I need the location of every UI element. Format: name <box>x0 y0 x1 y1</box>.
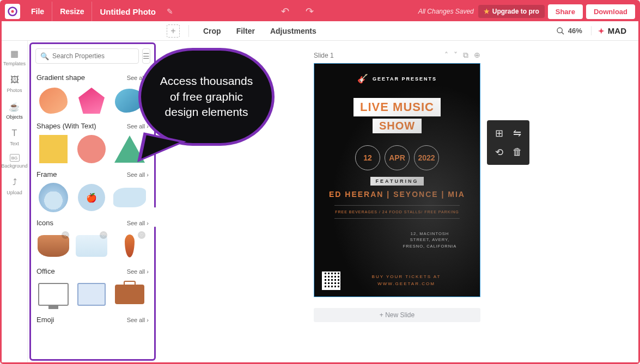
selection-toolbar: ⊞ ⇋ ⟲ 🗑 <box>487 120 529 165</box>
slide-canvas[interactable]: 🎸GEETAR PRESENTS LIVE MUSIC SHOW 12 APR … <box>314 63 480 297</box>
poster-presenter[interactable]: 🎸GEETAR PRESENTS <box>357 73 437 84</box>
shape-circle[interactable] <box>75 133 108 165</box>
see-all-shapes[interactable]: See all › <box>127 123 149 129</box>
share-button[interactable]: Share <box>548 4 583 19</box>
toolbar: + Crop Filter Adjustments 46% ✦MAD <box>2 21 638 41</box>
office-monitor[interactable] <box>36 279 70 310</box>
frame-forest[interactable] <box>36 182 70 213</box>
delete-tool[interactable]: 🗑 <box>509 144 525 161</box>
document-title: Untitled Photo <box>92 7 163 16</box>
canvas-area[interactable]: Slide 1 ˄ ˅ ⧉ ⊕ 🎸GEETAR PRESENTS LIVE MU… <box>156 41 638 362</box>
zoom-control[interactable]: 46% <box>556 27 582 35</box>
resize-menu[interactable]: Resize <box>52 2 92 21</box>
icon-ornament[interactable]: ♡ <box>113 230 147 262</box>
layer-tool[interactable]: ⟲ <box>491 144 507 161</box>
objects-panel: 🔍 ☰ Gradient shapeSee all › Shapes (With… <box>29 42 156 361</box>
templates-icon: ▦ <box>9 47 21 59</box>
save-status: All Changes Saved <box>418 8 474 15</box>
filter-tool[interactable]: Filter <box>231 27 260 35</box>
background-icon: BG <box>10 154 20 162</box>
shape-square[interactable] <box>36 133 70 165</box>
guitar-icon: 🎸 <box>357 73 369 84</box>
photos-icon: 🖼 <box>9 74 21 86</box>
rail-text[interactable]: TText <box>9 127 21 146</box>
edit-title-icon[interactable]: ✎ <box>163 7 176 16</box>
slide-label: Slide 1 <box>314 52 334 59</box>
see-all-emoji[interactable]: See all › <box>127 317 149 323</box>
file-menu[interactable]: File <box>23 2 52 21</box>
poster-title-2[interactable]: SHOW <box>373 119 422 133</box>
slide-header: Slide 1 ˄ ˅ ⧉ ⊕ <box>314 51 480 60</box>
search-box[interactable]: 🔍 <box>35 48 139 64</box>
favorite-icon[interactable]: ♡ <box>100 231 107 239</box>
office-briefcase[interactable] <box>113 279 147 310</box>
poster-buy[interactable]: BUY YOUR TICKETS ATWWW.GEETAR.COM <box>340 274 472 288</box>
category-gradient: Gradient shape <box>36 73 85 82</box>
slide-move-down[interactable]: ˅ <box>454 51 458 60</box>
text-icon: T <box>9 127 21 139</box>
poster-featuring[interactable]: FEATURING <box>370 177 424 186</box>
office-calendar[interactable] <box>75 279 108 310</box>
new-slide-button[interactable]: + New Slide <box>314 308 480 322</box>
zoom-icon <box>556 27 565 35</box>
see-all-gradient[interactable]: See all › <box>127 75 149 81</box>
app-logo[interactable] <box>5 4 20 19</box>
rail-background[interactable]: BGBackground <box>2 154 28 169</box>
app-frame: File Resize Untitled Photo ✎ ↶ ↷ All Cha… <box>0 0 640 364</box>
shape-triangle[interactable] <box>113 133 147 165</box>
poster-artists[interactable]: ED HEERAN | SEYONCE | MIA <box>329 190 465 199</box>
upgrade-button[interactable]: ★Upgrade to pro <box>478 5 545 18</box>
main-area: ▦Templates 🖼Photos ☕Objects TText BGBack… <box>2 41 638 362</box>
brand-label: ✦MAD <box>591 26 633 35</box>
frame-whale[interactable] <box>113 182 147 213</box>
icon-water[interactable]: ♡ <box>75 230 108 262</box>
undo-icon[interactable]: ↶ <box>281 5 289 17</box>
frame-apple[interactable]: 🍎 <box>75 182 108 213</box>
poster-info[interactable]: FREE BEVERAGES / 24 FOOD STALLS/ FREE PA… <box>335 210 459 214</box>
see-all-icons[interactable]: See all › <box>127 220 149 226</box>
gradient-pentagon[interactable] <box>75 85 108 116</box>
poster-address[interactable]: 12, MACINTOSHSTREET, AVERY,FRESNO, CALIF… <box>392 231 468 249</box>
add-element-button[interactable]: + <box>167 24 180 38</box>
align-tool[interactable]: ⊞ <box>491 125 507 141</box>
category-icons: Icons <box>36 219 53 227</box>
download-button[interactable]: Download <box>586 4 635 19</box>
see-all-frame[interactable]: See all › <box>127 171 149 178</box>
rail-templates[interactable]: ▦Templates <box>3 47 26 66</box>
flip-tool[interactable]: ⇋ <box>509 125 525 141</box>
slide-move-up[interactable]: ˄ <box>444 51 448 60</box>
rail-photos[interactable]: 🖼Photos <box>7 74 22 93</box>
top-bar: File Resize Untitled Photo ✎ ↶ ↷ All Cha… <box>2 2 638 21</box>
favorite-icon[interactable]: ♡ <box>138 231 145 239</box>
redo-icon[interactable]: ↷ <box>306 5 314 17</box>
rail-objects[interactable]: ☕Objects <box>6 101 23 120</box>
poster-qr[interactable] <box>322 272 340 290</box>
sliders-icon: ☰ <box>143 52 150 60</box>
gradient-blob-2[interactable] <box>113 85 147 116</box>
svg-point-2 <box>557 28 562 33</box>
search-icon: 🔍 <box>40 52 49 60</box>
favorite-icon[interactable]: ♡ <box>62 231 69 239</box>
svg-line-3 <box>562 32 564 34</box>
poster-day[interactable]: 12 <box>355 145 380 170</box>
icon-boat[interactable]: ♡ <box>36 230 70 262</box>
objects-icon: ☕ <box>8 101 20 113</box>
crop-tool[interactable]: Crop <box>198 27 227 35</box>
gradient-blob-1[interactable] <box>36 85 70 116</box>
poster-year[interactable]: 2022 <box>414 145 439 170</box>
category-shapes: Shapes (With Text) <box>36 122 96 130</box>
poster-date-row[interactable]: 12 APR 2022 <box>355 145 439 170</box>
slide-add[interactable]: ⊕ <box>474 51 480 60</box>
rail-upload[interactable]: ⤴Upload <box>7 176 22 195</box>
see-all-office[interactable]: See all › <box>127 268 149 275</box>
poster-month[interactable]: APR <box>385 145 410 170</box>
upload-icon: ⤴ <box>9 176 21 188</box>
category-emoji: Emoji <box>36 316 54 324</box>
search-input[interactable] <box>52 52 134 60</box>
category-frame: Frame <box>36 170 57 178</box>
svg-point-1 <box>11 10 14 13</box>
adjustments-tool[interactable]: Adjustments <box>265 27 322 35</box>
filter-toggle[interactable]: ☰ <box>142 48 150 64</box>
poster-title-1[interactable]: LIVE MUSIC <box>353 98 441 116</box>
slide-duplicate[interactable]: ⧉ <box>463 51 468 60</box>
